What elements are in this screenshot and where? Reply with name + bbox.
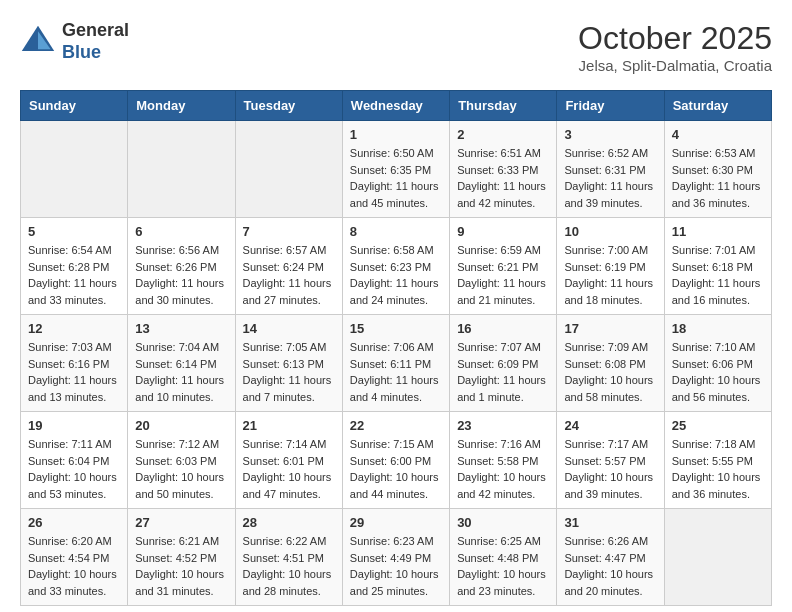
day-number: 7 — [243, 224, 335, 239]
calendar-cell: 20Sunrise: 7:12 AM Sunset: 6:03 PM Dayli… — [128, 412, 235, 509]
day-number: 18 — [672, 321, 764, 336]
calendar-cell: 8Sunrise: 6:58 AM Sunset: 6:23 PM Daylig… — [342, 218, 449, 315]
calendar-cell: 30Sunrise: 6:25 AM Sunset: 4:48 PM Dayli… — [450, 509, 557, 606]
calendar-cell: 23Sunrise: 7:16 AM Sunset: 5:58 PM Dayli… — [450, 412, 557, 509]
day-number: 17 — [564, 321, 656, 336]
week-row-4: 19Sunrise: 7:11 AM Sunset: 6:04 PM Dayli… — [21, 412, 772, 509]
day-header-tuesday: Tuesday — [235, 91, 342, 121]
calendar-cell: 1Sunrise: 6:50 AM Sunset: 6:35 PM Daylig… — [342, 121, 449, 218]
day-info: Sunrise: 7:10 AM Sunset: 6:06 PM Dayligh… — [672, 339, 764, 405]
page-header: General Blue October 2025 Jelsa, Split-D… — [20, 20, 772, 74]
day-info: Sunrise: 6:50 AM Sunset: 6:35 PM Dayligh… — [350, 145, 442, 211]
day-info: Sunrise: 7:16 AM Sunset: 5:58 PM Dayligh… — [457, 436, 549, 502]
day-number: 23 — [457, 418, 549, 433]
day-number: 10 — [564, 224, 656, 239]
day-info: Sunrise: 7:18 AM Sunset: 5:55 PM Dayligh… — [672, 436, 764, 502]
day-info: Sunrise: 7:03 AM Sunset: 6:16 PM Dayligh… — [28, 339, 120, 405]
calendar-cell: 27Sunrise: 6:21 AM Sunset: 4:52 PM Dayli… — [128, 509, 235, 606]
calendar-cell: 6Sunrise: 6:56 AM Sunset: 6:26 PM Daylig… — [128, 218, 235, 315]
day-number: 11 — [672, 224, 764, 239]
calendar-cell — [21, 121, 128, 218]
day-info: Sunrise: 7:00 AM Sunset: 6:19 PM Dayligh… — [564, 242, 656, 308]
calendar-cell: 29Sunrise: 6:23 AM Sunset: 4:49 PM Dayli… — [342, 509, 449, 606]
day-info: Sunrise: 7:09 AM Sunset: 6:08 PM Dayligh… — [564, 339, 656, 405]
calendar-cell: 18Sunrise: 7:10 AM Sunset: 6:06 PM Dayli… — [664, 315, 771, 412]
calendar-cell: 5Sunrise: 6:54 AM Sunset: 6:28 PM Daylig… — [21, 218, 128, 315]
day-number: 15 — [350, 321, 442, 336]
day-header-friday: Friday — [557, 91, 664, 121]
day-header-thursday: Thursday — [450, 91, 557, 121]
day-number: 22 — [350, 418, 442, 433]
day-info: Sunrise: 6:21 AM Sunset: 4:52 PM Dayligh… — [135, 533, 227, 599]
day-number: 26 — [28, 515, 120, 530]
calendar-cell: 13Sunrise: 7:04 AM Sunset: 6:14 PM Dayli… — [128, 315, 235, 412]
day-info: Sunrise: 6:57 AM Sunset: 6:24 PM Dayligh… — [243, 242, 335, 308]
day-number: 28 — [243, 515, 335, 530]
week-row-2: 5Sunrise: 6:54 AM Sunset: 6:28 PM Daylig… — [21, 218, 772, 315]
calendar-cell: 24Sunrise: 7:17 AM Sunset: 5:57 PM Dayli… — [557, 412, 664, 509]
day-info: Sunrise: 7:15 AM Sunset: 6:00 PM Dayligh… — [350, 436, 442, 502]
day-number: 1 — [350, 127, 442, 142]
week-row-3: 12Sunrise: 7:03 AM Sunset: 6:16 PM Dayli… — [21, 315, 772, 412]
day-info: Sunrise: 6:26 AM Sunset: 4:47 PM Dayligh… — [564, 533, 656, 599]
svg-marker-1 — [38, 31, 51, 49]
day-info: Sunrise: 6:22 AM Sunset: 4:51 PM Dayligh… — [243, 533, 335, 599]
calendar-body: 1Sunrise: 6:50 AM Sunset: 6:35 PM Daylig… — [21, 121, 772, 606]
day-header-monday: Monday — [128, 91, 235, 121]
location: Jelsa, Split-Dalmatia, Croatia — [578, 57, 772, 74]
month-title: October 2025 — [578, 20, 772, 57]
calendar-cell: 31Sunrise: 6:26 AM Sunset: 4:47 PM Dayli… — [557, 509, 664, 606]
day-info: Sunrise: 7:17 AM Sunset: 5:57 PM Dayligh… — [564, 436, 656, 502]
day-info: Sunrise: 7:11 AM Sunset: 6:04 PM Dayligh… — [28, 436, 120, 502]
logo: General Blue — [20, 20, 129, 63]
day-header-sunday: Sunday — [21, 91, 128, 121]
day-number: 24 — [564, 418, 656, 433]
calendar-cell: 10Sunrise: 7:00 AM Sunset: 6:19 PM Dayli… — [557, 218, 664, 315]
logo-general: General — [62, 20, 129, 42]
day-number: 13 — [135, 321, 227, 336]
day-info: Sunrise: 7:06 AM Sunset: 6:11 PM Dayligh… — [350, 339, 442, 405]
calendar-cell: 15Sunrise: 7:06 AM Sunset: 6:11 PM Dayli… — [342, 315, 449, 412]
calendar-cell — [664, 509, 771, 606]
day-info: Sunrise: 7:05 AM Sunset: 6:13 PM Dayligh… — [243, 339, 335, 405]
day-info: Sunrise: 6:58 AM Sunset: 6:23 PM Dayligh… — [350, 242, 442, 308]
day-info: Sunrise: 6:53 AM Sunset: 6:30 PM Dayligh… — [672, 145, 764, 211]
day-number: 31 — [564, 515, 656, 530]
day-info: Sunrise: 6:52 AM Sunset: 6:31 PM Dayligh… — [564, 145, 656, 211]
day-info: Sunrise: 6:56 AM Sunset: 6:26 PM Dayligh… — [135, 242, 227, 308]
day-number: 27 — [135, 515, 227, 530]
calendar-header-row: SundayMondayTuesdayWednesdayThursdayFrid… — [21, 91, 772, 121]
calendar-table: SundayMondayTuesdayWednesdayThursdayFrid… — [20, 90, 772, 606]
day-info: Sunrise: 6:25 AM Sunset: 4:48 PM Dayligh… — [457, 533, 549, 599]
calendar-cell: 25Sunrise: 7:18 AM Sunset: 5:55 PM Dayli… — [664, 412, 771, 509]
day-info: Sunrise: 6:23 AM Sunset: 4:49 PM Dayligh… — [350, 533, 442, 599]
calendar-cell — [128, 121, 235, 218]
day-info: Sunrise: 6:54 AM Sunset: 6:28 PM Dayligh… — [28, 242, 120, 308]
calendar-cell: 9Sunrise: 6:59 AM Sunset: 6:21 PM Daylig… — [450, 218, 557, 315]
calendar-cell: 14Sunrise: 7:05 AM Sunset: 6:13 PM Dayli… — [235, 315, 342, 412]
calendar-cell: 3Sunrise: 6:52 AM Sunset: 6:31 PM Daylig… — [557, 121, 664, 218]
day-number: 25 — [672, 418, 764, 433]
week-row-5: 26Sunrise: 6:20 AM Sunset: 4:54 PM Dayli… — [21, 509, 772, 606]
day-info: Sunrise: 6:59 AM Sunset: 6:21 PM Dayligh… — [457, 242, 549, 308]
day-number: 19 — [28, 418, 120, 433]
calendar-cell: 16Sunrise: 7:07 AM Sunset: 6:09 PM Dayli… — [450, 315, 557, 412]
day-number: 8 — [350, 224, 442, 239]
calendar-cell: 21Sunrise: 7:14 AM Sunset: 6:01 PM Dayli… — [235, 412, 342, 509]
day-number: 4 — [672, 127, 764, 142]
calendar-cell: 7Sunrise: 6:57 AM Sunset: 6:24 PM Daylig… — [235, 218, 342, 315]
calendar-cell: 19Sunrise: 7:11 AM Sunset: 6:04 PM Dayli… — [21, 412, 128, 509]
day-header-saturday: Saturday — [664, 91, 771, 121]
day-number: 6 — [135, 224, 227, 239]
logo-blue: Blue — [62, 42, 129, 64]
day-info: Sunrise: 7:04 AM Sunset: 6:14 PM Dayligh… — [135, 339, 227, 405]
calendar-cell — [235, 121, 342, 218]
logo-text: General Blue — [62, 20, 129, 63]
calendar-cell: 26Sunrise: 6:20 AM Sunset: 4:54 PM Dayli… — [21, 509, 128, 606]
day-info: Sunrise: 7:14 AM Sunset: 6:01 PM Dayligh… — [243, 436, 335, 502]
day-number: 30 — [457, 515, 549, 530]
calendar-cell: 28Sunrise: 6:22 AM Sunset: 4:51 PM Dayli… — [235, 509, 342, 606]
day-header-wednesday: Wednesday — [342, 91, 449, 121]
day-info: Sunrise: 7:12 AM Sunset: 6:03 PM Dayligh… — [135, 436, 227, 502]
day-info: Sunrise: 7:01 AM Sunset: 6:18 PM Dayligh… — [672, 242, 764, 308]
